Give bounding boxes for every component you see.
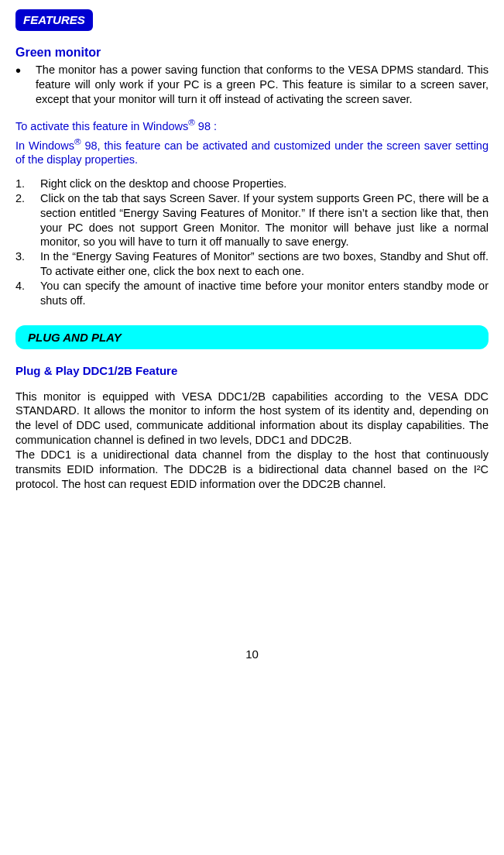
list-item: In the “Energy Saving Features of Monito… [15, 249, 489, 279]
green-monitor-heading: Green monitor [15, 45, 489, 61]
ddc-paragraph-2: The DDC1 is a unidirectional data channe… [15, 448, 489, 492]
activate-body-pre: In Windows [15, 139, 74, 151]
list-item: You can specify the amount of inactive t… [15, 279, 489, 308]
list-item: Right click on the desktop and choose Pr… [15, 177, 489, 191]
registered-icon: ® [188, 117, 195, 127]
activate-feature-lead: To activate this feature in Windows® 98 … [15, 116, 489, 134]
bullet-icon: • [15, 63, 36, 107]
activate-lead-pre: To activate this feature in Windows [15, 120, 188, 132]
steps-list: Right click on the desktop and choose Pr… [15, 177, 489, 308]
activate-lead-post: 98 : [195, 120, 217, 132]
activate-body-post: 98, this feature can be activated and cu… [15, 139, 489, 166]
green-monitor-bullet: • The monitor has a power saving functio… [15, 63, 489, 107]
plug-and-play-banner: PLUG AND PLAY [15, 325, 489, 350]
list-item: Click on the tab that says Screen Saver.… [15, 191, 489, 249]
page-number: 10 [15, 647, 489, 662]
features-badge: FEATURES [15, 9, 93, 31]
ddc-paragraph-1: This monitor is equipped with VESA DDC1/… [15, 390, 489, 448]
activate-feature-body: In Windows® 98, this feature can be acti… [15, 136, 489, 168]
green-monitor-text: The monitor has a power saving function … [36, 63, 489, 107]
ddc-heading: Plug & Play DDC1/2B Feature [15, 363, 489, 379]
